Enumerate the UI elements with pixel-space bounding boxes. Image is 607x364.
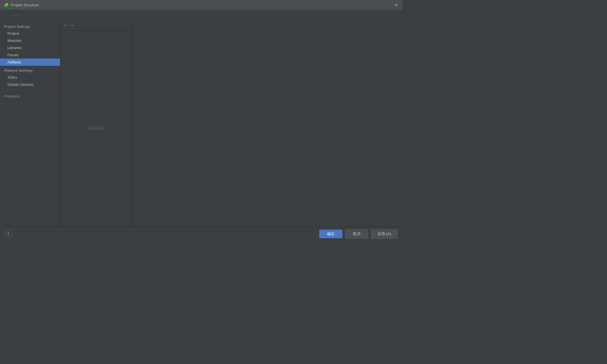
back-button[interactable]: ← <box>3 13 10 18</box>
apply-button[interactable]: 应用 (A) <box>371 229 398 239</box>
middle-empty-text: 没有显示 <box>60 31 132 226</box>
forward-button[interactable]: → <box>12 13 19 18</box>
middle-panel: + − 没有显示 <box>60 21 132 226</box>
sidebar: Project Settings Project Modules Librari… <box>0 21 60 226</box>
sidebar-item-modules[interactable]: Modules <box>0 37 60 44</box>
nav-bar: ← → <box>0 10 402 21</box>
cancel-button[interactable]: 取消 <box>345 229 368 239</box>
middle-toolbar: + − <box>60 21 132 31</box>
sidebar-item-libraries[interactable]: Libraries <box>0 44 60 51</box>
sidebar-item-problems[interactable]: Problems <box>0 93 60 100</box>
sidebar-item-sdks[interactable]: SDKs <box>0 74 60 81</box>
remove-artifact-button[interactable]: − <box>69 22 75 29</box>
title-bar-left: 🧩 Project Structure <box>3 3 39 8</box>
close-button[interactable]: × <box>393 2 399 8</box>
content-area: Project Settings Project Modules Librari… <box>0 21 402 226</box>
main-area: ← → Project Settings Project Modules Lib… <box>0 10 402 241</box>
platform-settings-label: Platform Settings <box>0 66 60 74</box>
sidebar-item-artifacts[interactable]: Artifacts <box>0 59 60 66</box>
title-bar: 🧩 Project Structure × <box>0 0 402 10</box>
app-icon: 🧩 <box>3 3 9 8</box>
bottom-bar: ? 确定 取消 应用 (A) <box>0 226 402 241</box>
sidebar-item-facets[interactable]: Facets <box>0 51 60 59</box>
add-artifact-button[interactable]: + <box>63 22 68 29</box>
window-title: Project Structure <box>11 3 39 7</box>
bottom-right: 确定 取消 应用 (A) <box>319 229 398 239</box>
bottom-left: ? <box>5 230 12 238</box>
help-button[interactable]: ? <box>5 230 12 238</box>
project-settings-label: Project Settings <box>0 22 60 30</box>
ok-button[interactable]: 确定 <box>319 230 342 238</box>
sidebar-item-project[interactable]: Project <box>0 30 60 37</box>
right-panel <box>132 21 402 226</box>
sidebar-item-global-libraries[interactable]: Global Libraries <box>0 81 60 88</box>
